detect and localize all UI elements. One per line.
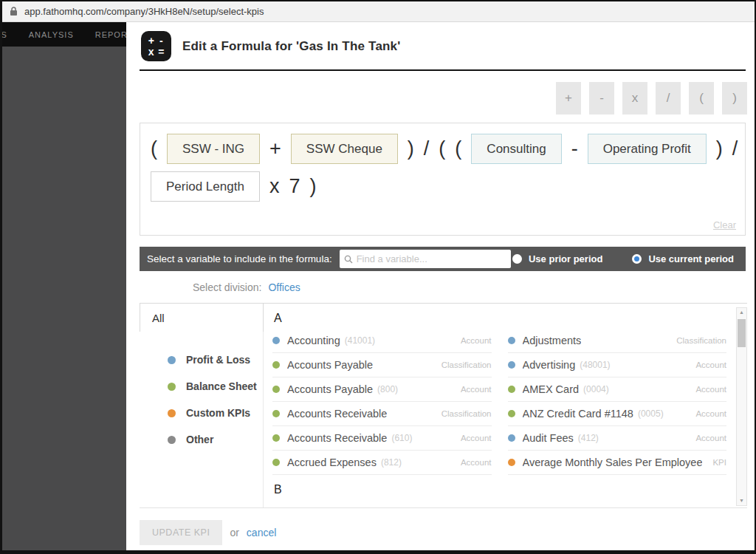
list-item[interactable]: Audit Fees(412)Account [508, 426, 727, 451]
radio-label: Use prior period [529, 253, 602, 264]
header-divider [140, 69, 746, 71]
list-item[interactable]: Accounts Payable(800)Account [272, 377, 492, 402]
category-label: Other [186, 434, 213, 445]
item-dot-icon [508, 337, 515, 344]
item-name: Advertising [523, 359, 576, 371]
list-item[interactable]: Accounts ReceivableClassification [272, 402, 492, 426]
scroll-thumb[interactable] [738, 319, 746, 347]
url-text: app.fathomhq.com/company/3HkH8eN/setup/s… [24, 6, 264, 17]
radio-use-current-period[interactable]: Use current period [632, 253, 734, 264]
formula-token[interactable]: Period Length [151, 171, 260, 202]
operator-button--[interactable]: - [589, 82, 614, 114]
calc-glyph: = [158, 47, 164, 57]
formula-operator: / [732, 137, 738, 160]
item-code: (812) [381, 457, 402, 468]
category-tab-all[interactable]: All [140, 303, 264, 332]
item-dot-icon [508, 361, 515, 369]
list-scrollbar[interactable]: ▲ ▼ [736, 307, 747, 506]
modal-footer: UPDATE KPI or cancel [140, 520, 755, 545]
list-item[interactable]: Accounting(41001)Account [272, 329, 492, 353]
scroll-down-arrow[interactable]: ▼ [739, 496, 744, 505]
division-select-link[interactable]: Offices [268, 281, 300, 293]
list-item[interactable]: AMEX Card(0004)Account [508, 377, 727, 402]
item-code: (412) [578, 433, 599, 443]
list-item[interactable]: AdjustmentsClassification [508, 329, 727, 353]
calc-glyph: - [159, 35, 163, 46]
item-type-label: Account [455, 385, 492, 394]
category-label: Balance Sheet [186, 380, 257, 392]
category-item-balance-sheet[interactable]: Balance Sheet [140, 373, 263, 400]
list-item[interactable]: Accounts Receivable(610)Account [272, 426, 492, 451]
item-name: Audit Fees [523, 432, 574, 444]
formula-token[interactable]: Operating Profit [588, 134, 707, 164]
formula-token[interactable]: SSW - ING [167, 134, 260, 164]
letter-header: A [272, 304, 726, 329]
update-kpi-button[interactable]: UPDATE KPI [140, 520, 222, 545]
top-nav: IESANALYSISREPOR [2, 22, 126, 47]
scroll-up-arrow[interactable]: ▲ [739, 308, 744, 317]
formula-operator: + [269, 137, 281, 160]
category-list: Profit & LossBalance SheetCustom KPIsOth… [140, 332, 264, 507]
item-name: Accrued Expenses [287, 456, 377, 468]
formula-token[interactable]: SSW Cheque [291, 134, 398, 164]
item-dot-icon [508, 410, 515, 417]
item-type-label: Account [455, 336, 492, 345]
category-item-profit-loss[interactable]: Profit & Loss [140, 346, 263, 373]
item-type-label: Account [455, 458, 492, 467]
list-item[interactable]: ANZ Credit Card #1148(0005)Account [508, 402, 727, 426]
formula-operator: ) [408, 137, 414, 160]
operator-button-/[interactable]: / [656, 82, 681, 114]
radio-label: Use current period [648, 253, 734, 264]
item-name: Accounts Payable [287, 383, 373, 395]
variable-search[interactable] [340, 250, 511, 268]
operator-button-+[interactable]: + [556, 82, 581, 114]
operator-button-x[interactable]: x [622, 82, 647, 114]
category-item-custom-kpis[interactable]: Custom KPIs [140, 400, 263, 426]
or-text: or [230, 527, 238, 538]
formula-operator: ) [309, 175, 316, 198]
nav-tab-repor[interactable]: REPOR [95, 30, 126, 39]
nav-tab-analysis[interactable]: ANALYSIS [29, 30, 74, 39]
period-radio-group: Use prior periodUse current period [512, 253, 734, 264]
item-dot-icon [272, 386, 280, 393]
item-type-label: Classification [436, 360, 492, 369]
modal-header: +-x= Edit a Formula for 'Gas In The Tank… [126, 22, 755, 61]
cancel-link[interactable]: cancel [247, 527, 276, 538]
formula-operator: - [571, 137, 578, 160]
formula-operator: ( [151, 137, 157, 160]
item-dot-icon [272, 361, 280, 369]
category-dot-icon [168, 436, 176, 444]
list-item[interactable]: Average Monthly Sales Per EmployeeKPI [508, 451, 727, 475]
browser-url-bar[interactable]: app.fathomhq.com/company/3HkH8eN/setup/s… [2, 1, 755, 22]
formula-operator: x [269, 175, 280, 198]
calculator-icon: +-x= [141, 31, 171, 61]
item-name: Accounting [287, 335, 340, 346]
formula-row: Period Lengthx7) [151, 168, 735, 205]
item-dot-icon [272, 410, 280, 417]
operator-button-([interactable]: ( [689, 82, 714, 114]
formula-token[interactable]: Consulting [471, 134, 561, 164]
category-item-other[interactable]: Other [140, 426, 263, 453]
list-item[interactable]: Accrued Expenses(812)Account [272, 451, 492, 475]
operator-buttons-row: +-x/() [126, 82, 747, 114]
item-name: Adjustments [523, 335, 582, 346]
category-panel: All Profit & LossBalance SheetCustom KPI… [140, 303, 264, 507]
item-name: Accounts Receivable [287, 432, 387, 444]
nav-tab-ies[interactable]: IES [2, 30, 7, 39]
formula-editor[interactable]: (SSW - ING+SSW Cheque)/((Consulting-Oper… [140, 123, 746, 236]
item-dot-icon [272, 459, 280, 466]
item-type-label: Account [690, 434, 726, 442]
category-label: Custom KPIs [186, 407, 250, 419]
category-dot-icon [168, 383, 176, 391]
item-name: Accounts Receivable [287, 408, 387, 420]
category-label: Profit & Loss [186, 354, 250, 366]
formula-row: (SSW - ING+SSW Cheque)/((Consulting-Oper… [151, 131, 735, 167]
variable-toolbar-label: Select a variable to include in the form… [147, 253, 332, 264]
clear-formula-link[interactable]: Clear [713, 219, 736, 230]
item-code: (48001) [580, 360, 610, 370]
search-input[interactable] [357, 253, 506, 264]
list-item[interactable]: Advertising(48001)Account [508, 353, 727, 377]
radio-use-prior-period[interactable]: Use prior period [512, 253, 602, 264]
list-item[interactable]: Accounts PayableClassification [272, 353, 492, 377]
operator-button-)[interactable]: ) [722, 82, 747, 114]
